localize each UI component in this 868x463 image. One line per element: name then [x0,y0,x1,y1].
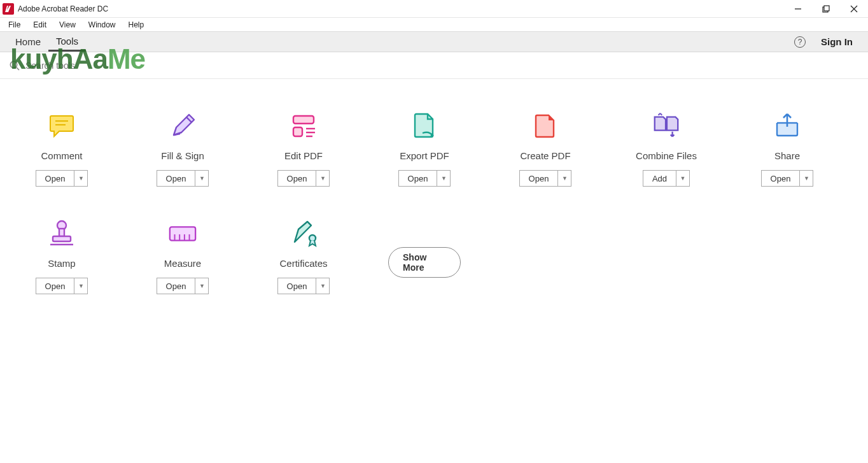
dropdown-button[interactable]: ▼ [316,278,330,294]
dropdown-button[interactable]: ▼ [799,170,813,187]
window-title: Adobe Acrobat Reader DC [18,4,108,13]
dropdown-button[interactable]: ▼ [195,278,209,294]
dropdown-button[interactable]: ▼ [74,170,88,187]
close-button[interactable] [840,0,868,17]
open-button[interactable]: Open [761,170,800,187]
stamp-icon [46,218,77,249]
tool-label: Share [774,150,800,161]
tab-bar: Home Tools ? Sign In [0,32,868,52]
tool-combine-files[interactable]: Combine Files Add ▼ [630,111,703,187]
tool-label: Fill & Sign [161,150,204,161]
tool-label: Measure [164,258,201,269]
dropdown-button[interactable]: ▼ [316,170,330,187]
open-button[interactable]: Open [277,278,316,294]
title-bar: Adobe Acrobat Reader DC [0,0,868,18]
tool-certificates[interactable]: Certificates Open ▼ [267,218,340,294]
maximize-button[interactable] [812,0,840,17]
tool-export-pdf[interactable]: Export PDF Open ▼ [388,111,461,187]
show-more-button[interactable]: Show More [388,247,461,278]
show-more-wrapper: Show More [388,218,461,278]
tool-measure[interactable]: Measure Open ▼ [146,218,219,294]
fill-sign-icon [167,111,198,141]
open-button[interactable]: Open [398,170,437,187]
tool-edit-pdf[interactable]: Edit PDF Open ▼ [267,111,340,187]
window-controls [784,0,868,17]
tool-label: Edit PDF [284,150,323,161]
tab-tools[interactable]: Tools [48,32,86,52]
tool-stamp[interactable]: Stamp Open ▼ [25,218,98,294]
menu-view[interactable]: View [53,19,81,31]
tool-create-pdf[interactable]: Create PDF Open ▼ [509,111,582,187]
svg-point-24 [309,235,316,241]
svg-line-7 [17,67,20,70]
svg-rect-10 [293,116,314,124]
edit-pdf-icon [288,111,319,141]
measure-icon [167,218,198,249]
combine-files-icon [651,111,682,141]
open-button[interactable]: Open [157,278,195,294]
menu-edit[interactable]: Edit [27,19,52,31]
help-icon[interactable]: ? [794,36,806,48]
dropdown-button[interactable]: ▼ [557,170,571,187]
share-icon [772,111,802,141]
menu-window[interactable]: Window [83,19,122,31]
menu-file[interactable]: File [3,19,26,31]
tool-label: Comment [41,150,82,161]
export-pdf-icon [409,111,440,141]
tool-share[interactable]: Share Open ▼ [751,111,823,187]
app-icon [3,3,14,15]
svg-rect-3 [824,6,829,11]
search-row [0,52,868,79]
certificates-icon [288,218,319,249]
tool-label: Create PDF [520,150,570,161]
open-button[interactable]: Open [277,170,316,187]
svg-rect-11 [293,127,302,136]
tool-label: Certificates [279,258,327,269]
svg-rect-19 [170,227,195,240]
dropdown-button[interactable]: ▼ [74,278,88,294]
create-pdf-icon [530,111,561,141]
dropdown-button[interactable]: ▼ [676,170,690,187]
svg-point-6 [10,61,17,68]
menu-bar: File Edit View Window Help [0,18,868,32]
open-button[interactable]: Open [36,278,74,294]
minimize-button[interactable] [784,0,812,17]
search-input[interactable] [25,61,216,71]
tab-home[interactable]: Home [8,32,48,52]
open-button[interactable]: Open [519,170,558,187]
tool-label: Stamp [48,258,75,269]
comment-icon [46,111,77,141]
dropdown-button[interactable]: ▼ [437,170,451,187]
tool-label: Combine Files [636,150,697,161]
tools-row-1: Comment Open ▼ Fill & Sign Open ▼ [25,111,843,187]
tool-comment[interactable]: Comment Open ▼ [25,111,98,187]
menu-help[interactable]: Help [123,19,150,31]
add-button[interactable]: Add [643,170,676,187]
search-icon [9,60,20,71]
tools-grid: Comment Open ▼ Fill & Sign Open ▼ [0,79,868,345]
svg-rect-16 [59,229,64,236]
tool-label: Export PDF [400,150,449,161]
open-button[interactable]: Open [36,170,74,187]
sign-in-button[interactable]: Sign In [821,36,853,47]
open-button[interactable]: Open [157,170,195,187]
svg-rect-17 [53,236,71,241]
tools-row-2: Stamp Open ▼ Measure Open ▼ [25,218,843,294]
dropdown-button[interactable]: ▼ [195,170,209,187]
tool-fill-sign[interactable]: Fill & Sign Open ▼ [146,111,219,187]
